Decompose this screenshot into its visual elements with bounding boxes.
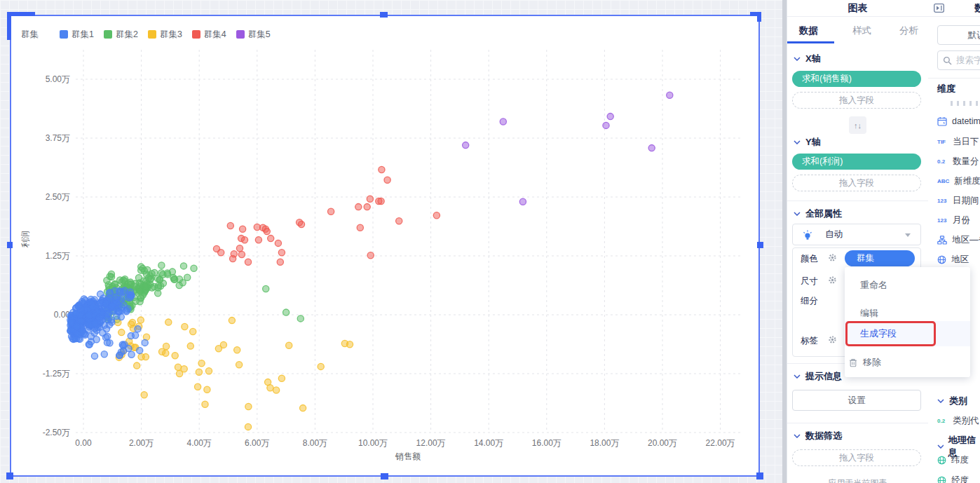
field-item-same-day[interactable]: TIF 当日下 xyxy=(937,136,979,148)
selection-corner-top-left[interactable] xyxy=(7,12,11,40)
hierarchy-tree-icon xyxy=(937,236,947,245)
globe-icon xyxy=(937,255,946,264)
y-axis-drop-zone[interactable]: 拖入字段 xyxy=(792,175,921,191)
svg-text:1.25万: 1.25万 xyxy=(46,251,70,261)
menu-item-generate-field[interactable]: 生成字段 xyxy=(845,321,970,346)
svg-text:6.00万: 6.00万 xyxy=(245,438,269,448)
chevron-down-icon xyxy=(794,434,801,438)
fields-panel-lower: 类别 0.2 类别代 地理信息 纬度 经度 xyxy=(928,390,980,483)
field-item-quantity-dist[interactable]: 0.2 数量分 xyxy=(937,156,979,168)
svg-text:8.00万: 8.00万 xyxy=(303,438,327,448)
field-item-date-interval[interactable]: 123 日期间 xyxy=(937,195,979,207)
svg-text:18.00万: 18.00万 xyxy=(590,438,619,448)
search-field-box[interactable] xyxy=(937,50,980,70)
svg-text:10.00万: 10.00万 xyxy=(358,438,388,448)
svg-text:2.00万: 2.00万 xyxy=(129,438,154,448)
field-item-category-code[interactable]: 0.2 类别代 xyxy=(937,415,979,427)
decimal-type-icon: 0.2 xyxy=(937,158,948,165)
caret-down-icon xyxy=(905,233,911,237)
template-default-button[interactable]: 默认 xyxy=(937,25,980,45)
svg-text:20.00万: 20.00万 xyxy=(648,438,677,448)
menu-item-remove[interactable]: 移除 xyxy=(845,349,970,376)
tab-analysis[interactable]: 分析 xyxy=(899,25,918,37)
swap-arrows-icon: ↑↓ xyxy=(854,121,862,130)
section-all-attributes[interactable]: 全部属性 xyxy=(794,208,842,220)
collapse-panel-icon[interactable] xyxy=(934,4,944,13)
svg-text:2.50万: 2.50万 xyxy=(46,192,70,202)
search-icon xyxy=(943,56,952,65)
legend-item-cluster4[interactable]: 群集4 xyxy=(192,29,226,41)
selection-handle-right[interactable] xyxy=(757,242,763,248)
legend-item-cluster3[interactable]: 群集3 xyxy=(148,29,182,41)
field-item-month[interactable]: 123 月份 xyxy=(937,215,970,226)
svg-text:0.00: 0.00 xyxy=(75,438,92,448)
tab-data[interactable]: 数据 xyxy=(799,25,818,37)
field-item-datetime[interactable]: datetime xyxy=(937,116,980,126)
color-settings-gear-icon[interactable] xyxy=(828,253,837,262)
tooltip-settings-button[interactable]: 设置 xyxy=(792,390,921,411)
legend-swatch-yellow-icon xyxy=(148,30,156,39)
legend-swatch-green-icon xyxy=(104,30,112,39)
svg-text:3.75万: 3.75万 xyxy=(46,133,70,143)
size-attr-label: 尺寸 xyxy=(801,275,818,287)
field-item-new-dimension[interactable]: ABC 新维度 xyxy=(937,175,980,187)
number-type-icon: 123 xyxy=(937,198,948,204)
selection-handle-left[interactable] xyxy=(7,242,13,248)
filter-drop-zone[interactable]: 拖入字段 xyxy=(792,449,921,466)
selection-corner-top-right[interactable] xyxy=(757,12,761,22)
true-false-type-icon: TIF xyxy=(937,139,948,145)
svg-text:-1.25万: -1.25万 xyxy=(43,369,70,379)
selection-handle-top[interactable] xyxy=(380,12,388,18)
x-axis-field-pill[interactable]: 求和(销售额) xyxy=(792,71,921,87)
svg-text:22.00万: 22.00万 xyxy=(706,438,735,448)
selection-corner-top-left[interactable] xyxy=(7,12,35,16)
legend-item-cluster2[interactable]: 群集2 xyxy=(104,29,138,41)
swap-axes-button[interactable]: ↑↓ xyxy=(849,116,866,134)
x-axis-drop-zone[interactable]: 拖入字段 xyxy=(792,92,921,109)
chevron-down-icon xyxy=(794,57,801,61)
svg-text:12.00万: 12.00万 xyxy=(416,438,446,448)
search-input[interactable] xyxy=(955,55,980,66)
section-y-axis[interactable]: Y轴 xyxy=(794,136,821,149)
text-type-icon: ABC xyxy=(937,178,949,184)
field-item-latitude[interactable]: 纬度 xyxy=(937,454,969,466)
svg-text:利润: 利润 xyxy=(20,231,30,248)
lightbulb-icon xyxy=(803,230,812,240)
selection-corner-bottom-right[interactable] xyxy=(756,472,763,479)
section-data-filter[interactable]: 数据筛选 xyxy=(794,430,842,442)
section-tooltip-info[interactable]: 提示信息 xyxy=(794,370,842,383)
size-settings-gear-icon[interactable] xyxy=(828,275,837,285)
chevron-down-icon xyxy=(794,212,801,216)
legend-label: 群集3 xyxy=(160,29,182,41)
chart-widget[interactable]: 群集 群集1 群集2 群集3 群集4 群集5 5.00万3.75万2.5 xyxy=(10,15,760,477)
legend-title: 群集 xyxy=(21,29,39,41)
color-field-pill-cluster[interactable]: 群集 xyxy=(845,250,915,266)
selection-handle-bottom[interactable] xyxy=(381,473,388,479)
legend-label: 群集2 xyxy=(116,29,138,41)
trash-icon xyxy=(849,358,857,367)
field-item-longitude[interactable]: 经度 xyxy=(937,475,969,483)
legend-item-cluster5[interactable]: 群集5 xyxy=(236,29,271,41)
tab-style[interactable]: 样式 xyxy=(852,25,871,37)
attribute-mode-dropdown[interactable]: 自动 xyxy=(792,224,921,245)
chart-config-panel: 图表 数据 样式 分析 X轴 求和(销售额) 拖入字段 ↑↓ Y轴 求和(利润)… xyxy=(787,0,928,483)
label-settings-gear-icon[interactable] xyxy=(828,335,837,344)
legend-label: 群集1 xyxy=(72,29,94,41)
section-x-axis[interactable]: X轴 xyxy=(794,53,821,65)
legend-item-cluster1[interactable]: 群集1 xyxy=(60,29,94,41)
field-context-menu: 重命名 编辑 生成字段 移除 xyxy=(845,267,970,377)
config-panel-title: 图表 xyxy=(787,2,928,15)
label-attr-label: 标签 xyxy=(801,335,818,347)
legend-label: 群集5 xyxy=(248,29,271,41)
menu-item-rename[interactable]: 重命名 xyxy=(845,272,970,299)
color-attr-label: 颜色 xyxy=(801,253,818,265)
number-type-icon: 123 xyxy=(937,217,948,224)
field-item-region-province[interactable]: 地区—省 xyxy=(937,234,980,246)
scatter-plot[interactable]: 5.00万3.75万2.50万1.25万0.00-1.25万-2.50万0.00… xyxy=(11,16,758,475)
y-axis-field-pill[interactable]: 求和(利润) xyxy=(792,154,921,170)
series-群集4 xyxy=(213,166,440,265)
field-item-region[interactable]: 地区 xyxy=(937,254,969,266)
selection-corner-bottom-left[interactable] xyxy=(6,472,13,479)
section-category[interactable]: 类别 xyxy=(937,395,967,407)
fields-panel-title: 数据 xyxy=(974,2,980,15)
